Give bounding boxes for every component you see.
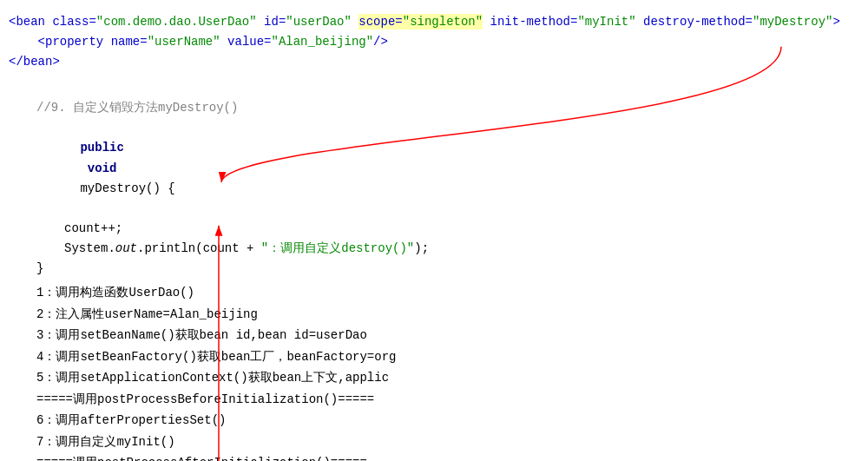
property-close: /> (373, 35, 388, 49)
code-area: <bean class="com.demo.dao.UserDao" id="u… (0, 0, 868, 461)
output-line-7: 7：调用自定义myInit() (9, 431, 859, 453)
output-block: 1：调用构造函数UserDao() 2：注入属性userName=Alan_be… (9, 279, 859, 461)
output-line-1: 1：调用构造函数UserDao() (9, 282, 859, 304)
xml-line1-close: > (832, 15, 839, 29)
xml-block: <bean class="com.demo.dao.UserDao" id="u… (9, 7, 859, 76)
java-block: //9. 自定义销毁方法myDestroy() public void myDe… (9, 91, 859, 279)
xml-attrs-class-id: class="com.demo.dao.UserDao" id="userDao… (45, 15, 358, 29)
java-comment: //9. 自定义销毁方法myDestroy() (9, 98, 859, 118)
output-line-4: 4：调用setBeanFactory()获取bean工厂，beanFactory… (9, 346, 859, 368)
bean-tag-open: <bean (9, 15, 45, 29)
java-method-sig: public void myDestroy() { (9, 118, 859, 218)
output-line-sep2: =====调用postProcessAfterInitialization()=… (9, 452, 859, 461)
bean-close-tag: </bean> (9, 55, 60, 69)
blank-line (9, 76, 859, 91)
java-close-brace: } (9, 259, 859, 279)
output-line-sep1: =====调用postProcessBeforeInitialization()… (9, 389, 859, 411)
scope-attr: scope="singleton" (358, 14, 483, 30)
output-line-5: 5：调用setApplicationContext()获取bean上下文,app… (9, 367, 859, 389)
keyword-void: void (80, 161, 123, 175)
method-params: () { (146, 181, 175, 195)
property-tag: <property (38, 35, 104, 49)
output-line-6: 6：调用afterPropertiesSet() (9, 410, 859, 431)
out-italic: out (115, 241, 137, 255)
xml-line3: </bean> (9, 52, 859, 72)
output-line-3: 3：调用setBeanName()获取bean id,bean id=userD… (9, 325, 859, 346)
xml-attrs-rest: init-method="myInit" destroy-method="myD… (483, 15, 832, 29)
java-body-println: System.out.println(count + "：调用自定义destro… (9, 239, 859, 259)
property-attrs: name="userName" value="Alan_beijing" (103, 35, 373, 49)
output-line-2: 2：注入属性userName=Alan_beijing (9, 304, 859, 326)
keyword-public: public (80, 141, 123, 155)
xml-line1: <bean class="com.demo.dao.UserDao" id="u… (9, 12, 859, 32)
method-name: myDestroy (80, 181, 146, 195)
java-body-count: count++; (9, 219, 859, 239)
xml-line2: <property name="userName" value="Alan_be… (9, 32, 859, 52)
